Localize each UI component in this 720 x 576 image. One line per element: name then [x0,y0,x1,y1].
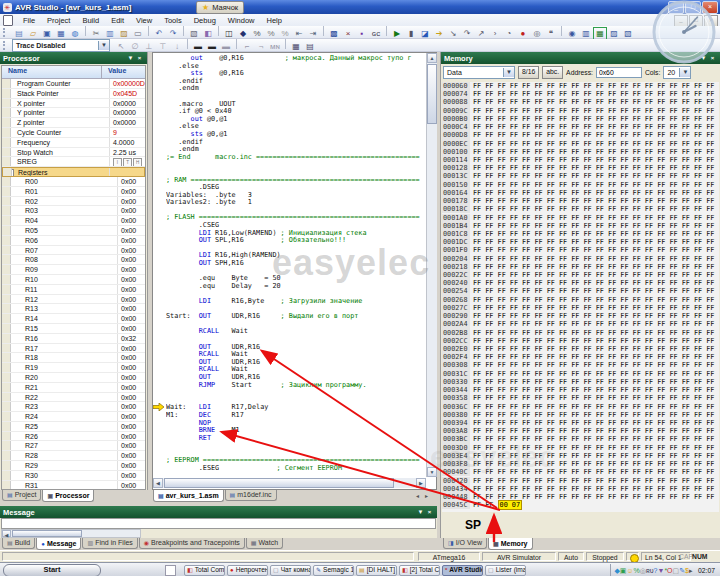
processor-row-r09[interactable]: R090x00 [2,265,145,275]
output-tab-watch[interactable]: ▦Watch [246,538,283,549]
processor-row-r17[interactable]: R170x00 [2,344,145,354]
address-input[interactable] [596,67,642,78]
trace-pointer-icon[interactable]: ↖ [115,41,127,52]
run-icon[interactable]: ▶ [391,28,403,39]
pin-high-icon[interactable]: ⌐ [241,41,253,52]
collapse-expander-icon[interactable]: − [12,169,14,176]
register-value[interactable]: 0x00 [118,275,145,284]
processor-row-r00[interactable]: R000x00 [2,177,145,187]
processor-row-stop-watch[interactable]: Stop Watch2.25 us [2,148,145,158]
menu-tools[interactable]: Tools [158,16,188,25]
register-value[interactable]: 0x0000 [110,99,145,108]
sreg-flag-t[interactable]: T [123,158,132,166]
memory-window-icon[interactable]: ▨ [608,28,620,39]
processor-row-y-pointer[interactable]: Y pointer0x0000 [2,108,145,118]
menu-window[interactable]: Window [222,16,261,25]
processor-row-r29[interactable]: R290x00 [2,461,145,471]
tab-scroll-right-icon[interactable]: ▸ [425,492,428,499]
avr-tools-icon[interactable]: × [342,28,354,39]
processor-row-r31[interactable]: R310x00 [2,481,145,490]
panel-menu-icon[interactable]: ▼ [126,55,135,61]
taskbar-item-total-comm[interactable]: ◧Total Comm... [184,565,225,576]
register-value[interactable]: 0x00 [118,314,145,323]
toggle-8-16-button[interactable]: 8/16 [518,66,539,79]
quicklaunch-icon[interactable] [165,565,176,576]
new-file-icon[interactable]: ▤ [13,28,25,39]
io-view-window-icon[interactable]: ▦ [594,28,606,39]
step-flow-icon[interactable]: ➔ [433,28,445,39]
processor-row-frequency[interactable]: Frequency4.0000 MHz [2,138,145,148]
sreg-flag-i[interactable]: I [113,158,122,166]
processor-row-r12[interactable]: R120x00 [2,295,145,305]
memory-tab-i-o-view[interactable]: ◨I/O View [443,538,487,549]
processor-row-r13[interactable]: R130x00 [2,304,145,314]
print-icon[interactable]: ▭ [132,28,144,39]
processor-row-r24[interactable]: R240x00 [2,412,145,422]
trace-down-icon[interactable]: ⊤ [157,41,169,52]
memory-view-combo[interactable]: Data ▼ [443,66,515,79]
copy-icon[interactable]: ▥ [104,28,116,39]
trace-up-icon[interactable]: ⊥ [143,41,155,52]
register-value[interactable]: 0x00 [118,295,145,304]
register-value[interactable]: 0x00 [118,255,145,264]
watch-window-icon[interactable]: ▧ [622,28,634,39]
menu-project[interactable]: Project [41,16,76,25]
scroll-up-icon[interactable]: ▲ [427,53,437,63]
taskbar-item-lister-imagin[interactable]: ▢Lister (imagin... [485,565,526,576]
menu-build[interactable]: Build [76,16,105,25]
upload-memory-icon[interactable]: ◍ [69,28,81,39]
processor-row-r16[interactable]: R160x32 [2,334,145,344]
register-value[interactable]: 0x00 [118,324,145,333]
cascade-windows-icon[interactable]: ▧ [188,28,200,39]
save-icon[interactable]: ▣ [41,28,53,39]
menu-view[interactable]: View [130,16,158,25]
register-value[interactable]: 0x00 [118,187,145,196]
editor-horizontal-scrollbar[interactable]: ◀ ▶ [153,478,426,488]
taskbar-item-2-total-com[interactable]: ◧[2] Total Com... [399,565,440,576]
register-value[interactable]: 0x00 [118,363,145,372]
quickwatch-icon[interactable]: ❝ [545,28,557,39]
workspace-tab-project[interactable]: ▤Project [2,490,41,501]
taskbar-item-avr-studio[interactable]: *AVR Studio - [... [442,565,483,576]
processor-row-r14[interactable]: R140x00 [2,314,145,324]
scroll-left-icon[interactable]: ◀ [2,530,11,537]
processor-row-r18[interactable]: R180x00 [2,353,145,363]
memory-tab-memory[interactable]: ▦Memory [488,538,533,550]
minimize-button[interactable]: _ [668,1,684,14]
tray-icon-smiley[interactable]: ☺ [626,567,633,574]
processor-row-r03[interactable]: R030x00 [2,206,145,216]
taskbar-item-di-halt-o[interactable]: ▤[DI HALT] - O... [356,565,397,576]
cut-icon[interactable]: ✂ [90,28,102,39]
register-value[interactable]: 0x00 [118,441,145,450]
find-next-icon[interactable]: ◆ [237,28,249,39]
message-horizontal-scrollbar[interactable]: ◀ [1,529,141,538]
register-value[interactable]: 0x00 [118,432,145,441]
register-value[interactable]: 0x00 [118,451,145,460]
zoom-in-icon[interactable]: % [265,28,277,39]
zoom-out-icon[interactable]: % [279,28,291,39]
processor-row-r05[interactable]: R050x00 [2,226,145,236]
processor-row-r10[interactable]: R100x00 [2,275,145,285]
trace-into-icon[interactable]: ↘ [447,28,459,39]
tab-scroll-left-icon[interactable]: ◂ [416,492,419,499]
register-value[interactable]: 0x00 [118,481,145,490]
processor-row-r30[interactable]: R300x00 [2,471,145,481]
register-value[interactable]: 0x00 [118,177,145,186]
register-value[interactable]: ITHSVNZC [110,157,145,166]
paste-icon[interactable]: ▨ [118,28,130,39]
register-value[interactable] [110,168,144,176]
processor-row-r08[interactable]: R080x00 [2,255,145,265]
panel-menu-icon[interactable]: ▼ [699,55,708,61]
register-value[interactable]: 0x00 [118,471,145,480]
processor-row-r04[interactable]: R040x00 [2,216,145,226]
trace-clear-icon[interactable]: ∅ [129,41,141,52]
calendar-window-icon[interactable]: ▦ [290,41,302,52]
redo-icon[interactable]: ↷ [167,28,179,39]
lcd-display-2-icon[interactable]: ▬ [206,41,218,52]
open-file-icon[interactable]: ▱ [27,28,39,39]
processor-row-r27[interactable]: R270x00 [2,441,145,451]
register-value[interactable]: 0x00 [118,246,145,255]
register-value[interactable]: 0x00 [118,226,145,235]
scrollbar-thumb[interactable] [164,478,394,488]
processor-row-z-pointer[interactable]: Z pointer0x0000 [2,118,145,128]
